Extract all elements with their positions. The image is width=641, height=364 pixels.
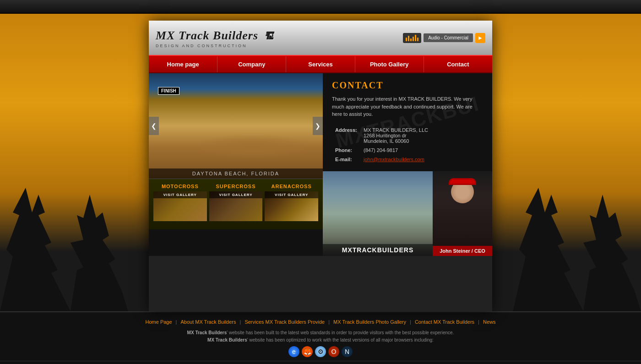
address-line3: Mundelein, IL 60060 — [364, 138, 409, 144]
photo-right-label: John Steiner / CEO — [433, 246, 492, 256]
footer-sep-1: | — [176, 319, 177, 325]
site-navigation: Home page Company Services Photo Gallery… — [149, 55, 492, 73]
footer-sep-3: | — [328, 319, 330, 325]
slideshow: FINISH ❮ ❯ DAYTONA BEACH, FLORIDA — [149, 73, 323, 179]
audio-control: Audio - Commercial ▶ — [403, 33, 485, 43]
firefox-icon: 🦊 — [302, 346, 313, 357]
email-value: john@mxtrackbuilders.com — [361, 155, 482, 163]
nav-company[interactable]: Company — [217, 56, 286, 72]
right-column: MXTRACKBUI CONTACT Thank you for your in… — [323, 73, 492, 256]
browser-icons: e 🦊 ⚙ O N — [0, 346, 641, 357]
top-bar — [0, 0, 641, 14]
arenacross-visit: VISIT GALLERY — [265, 191, 318, 198]
footer-browser-line1: MX Track Builders' website has been buil… — [0, 330, 641, 335]
audio-bar-1 — [406, 38, 407, 41]
site-header: MX Track Builders 🏗 Design and Construct… — [149, 21, 492, 55]
footer-bold-1: MX Track Builders — [187, 330, 227, 335]
logo-subtitle: Design and Construction — [156, 43, 274, 48]
phone-row: Phone: (847) 204-9817 — [333, 146, 482, 154]
audio-bars — [403, 33, 421, 43]
audio-label: Audio - Commercial — [424, 33, 473, 42]
left-column: FINISH ❮ ❯ DAYTONA BEACH, FLORIDA MOTOCR… — [149, 73, 323, 256]
audio-bar-4 — [413, 37, 414, 41]
ie-icon: e — [288, 346, 299, 357]
main-background: MX Track Builders 🏗 Design and Construct… — [0, 14, 641, 311]
address-line1: MX TRACK BUILDERS, LLC — [364, 127, 428, 133]
opera-icon: O — [328, 346, 339, 357]
address-label: Address: — [333, 126, 360, 145]
contact-intro: Thank you for your interest in MX TRACK … — [332, 95, 483, 118]
footer-bottom: 2010 Copyright Mx Track Builders, LLC We… — [0, 361, 641, 364]
supercross-label: SUPERCROSS — [209, 184, 263, 189]
contact-table: Address: MX TRACK BUILDERS, LLC 1268 Hun… — [332, 125, 483, 164]
contact-section: MXTRACKBUI CONTACT Thank you for your in… — [323, 73, 492, 171]
logo-icon: 🏗 — [264, 31, 274, 41]
netscape-icon: N — [342, 346, 353, 357]
gallery-categories: MOTOCROSS VISIT GALLERY SUPERCROSS VISIT… — [153, 184, 318, 221]
audio-bar-3 — [410, 38, 412, 41]
arenacross-thumb[interactable]: VISIT GALLERY — [265, 191, 318, 221]
footer-sep-5: | — [478, 319, 479, 325]
safari-icon: ⚙ — [315, 346, 326, 357]
address-line2: 1268 Huntington dr — [364, 133, 407, 138]
audio-bar-2 — [408, 36, 409, 41]
photo-left-label: MXTRACKBUILDERS — [323, 244, 433, 256]
footer-links: Home Page | About MX Track Builders | Se… — [0, 319, 641, 325]
photo-bg — [323, 171, 433, 256]
footer-sep-4: | — [410, 319, 411, 325]
nav-photo-gallery[interactable]: Photo Gallery — [355, 56, 424, 72]
logo-area: MX Track Builders 🏗 Design and Construct… — [156, 28, 274, 48]
contact-title: CONTACT — [332, 80, 483, 91]
footer-browser-line2: MX Track Builders' website has been opti… — [0, 337, 641, 342]
finish-sign: FINISH — [158, 87, 179, 95]
audio-bar-6 — [417, 38, 418, 41]
footer-sep-2: | — [240, 319, 241, 325]
gallery-motocross: MOTOCROSS VISIT GALLERY — [153, 184, 207, 221]
site-container: MX Track Builders 🏗 Design and Construct… — [149, 21, 492, 311]
slide-caption: DAYTONA BEACH, FLORIDA — [149, 168, 323, 179]
right-photos: MXTRACKBUILDERS John Steiner / CEO — [323, 171, 492, 256]
address-value: MX TRACK BUILDERS, LLC 1268 Huntington d… — [361, 126, 482, 145]
gallery-section: MOTOCROSS VISIT GALLERY SUPERCROSS VISIT… — [149, 179, 323, 229]
slide-prev-button[interactable]: ❮ — [149, 117, 159, 135]
footer-link-home[interactable]: Home Page — [146, 319, 172, 325]
nav-services[interactable]: Services — [286, 56, 355, 72]
motocross-thumb[interactable]: VISIT GALLERY — [153, 191, 207, 221]
nav-home[interactable]: Home page — [149, 56, 217, 72]
audio-bar-5 — [415, 35, 416, 41]
nav-contact[interactable]: Contact — [424, 56, 492, 72]
supercross-visit: VISIT GALLERY — [209, 191, 263, 198]
phone-value: (847) 204-9817 — [361, 146, 482, 154]
content-area: FINISH ❮ ❯ DAYTONA BEACH, FLORIDA MOTOCR… — [149, 73, 492, 256]
ceo-headphones — [449, 178, 476, 185]
footer-link-gallery[interactable]: MX Track Builders Photo Gallery — [333, 319, 406, 325]
audio-play-button[interactable]: ▶ — [475, 33, 485, 43]
arenacross-label: ARENACROSS — [265, 184, 318, 189]
phone-label: Phone: — [333, 146, 360, 154]
email-label: E-mail: — [333, 155, 360, 163]
supercross-thumb[interactable]: VISIT GALLERY — [209, 191, 263, 221]
footer-link-services[interactable]: Services MX Track Builders Provide — [244, 319, 325, 325]
site-footer: Home Page | About MX Track Builders | Se… — [0, 311, 641, 364]
photo-ceo: John Steiner / CEO — [433, 171, 492, 256]
photo-mxtrackbuilders: MXTRACKBUILDERS — [323, 171, 433, 256]
gallery-supercross: SUPERCROSS VISIT GALLERY — [209, 184, 263, 221]
motocross-label: MOTOCROSS — [153, 184, 207, 189]
email-row: E-mail: john@mxtrackbuilders.com — [333, 155, 482, 163]
footer-bold-2: MX Track Builders — [207, 337, 247, 342]
slide-image: FINISH — [149, 73, 323, 179]
footer-link-about[interactable]: About MX Track Builders — [180, 319, 236, 325]
gallery-arenacross: ARENACROSS VISIT GALLERY — [265, 184, 318, 221]
address-row: Address: MX TRACK BUILDERS, LLC 1268 Hun… — [333, 126, 482, 145]
footer-link-news[interactable]: News — [483, 319, 496, 325]
footer-link-contact[interactable]: Contact MX Track Builders — [415, 319, 474, 325]
logo-script: MX Track Builders — [156, 29, 258, 42]
email-link[interactable]: john@mxtrackbuilders.com — [364, 157, 424, 162]
slide-next-button[interactable]: ❯ — [313, 117, 323, 135]
motocross-visit: VISIT GALLERY — [153, 191, 207, 198]
logo-text: MX Track Builders 🏗 — [156, 28, 274, 43]
